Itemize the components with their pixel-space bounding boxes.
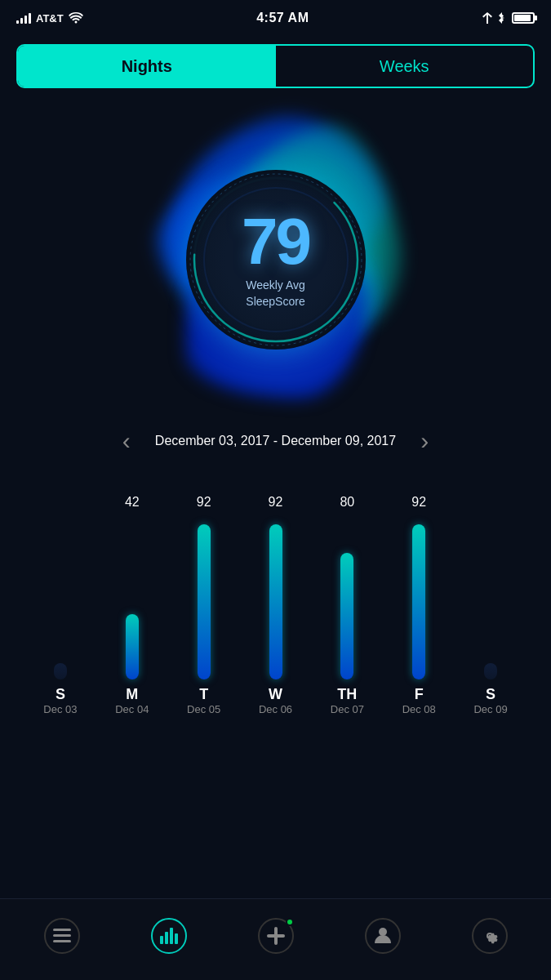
bar	[340, 553, 353, 679]
day-letter: S	[455, 686, 527, 703]
day-letter: S	[24, 686, 96, 703]
score-circle: 79 Weekly Avg SleepScore	[186, 170, 366, 350]
prev-arrow[interactable]: ‹	[114, 427, 139, 455]
day-label: SDec 09	[455, 686, 527, 715]
day-date: Dec 08	[383, 703, 455, 715]
gear-icon	[481, 927, 499, 945]
day-letter: T	[168, 686, 240, 703]
bar	[484, 663, 497, 679]
signal-icon	[16, 12, 31, 24]
day-labels: SDec 03MDec 04TDec 05WDec 06THDec 07FDec…	[16, 679, 535, 719]
chart-icon	[160, 928, 178, 944]
svg-rect-6	[53, 940, 71, 942]
bar-col: 80	[311, 493, 383, 679]
next-arrow[interactable]: ›	[412, 427, 437, 455]
add-icon-container	[258, 918, 294, 954]
bar-col	[24, 493, 96, 679]
score-ring-svg	[186, 170, 366, 350]
nav-add[interactable]	[251, 911, 300, 960]
person-icon	[375, 927, 391, 945]
bar-value-label: 42	[125, 493, 140, 511]
bar-col: 42	[96, 493, 168, 679]
day-date: Dec 03	[24, 703, 96, 715]
day-label: TDec 05	[168, 686, 240, 715]
day-label: MDec 04	[96, 686, 168, 715]
bar-value-label: 92	[269, 493, 283, 511]
score-section: 79 Weekly Avg SleepScore	[0, 96, 551, 423]
person-icon-container	[365, 918, 401, 954]
day-label: FDec 08	[383, 686, 455, 715]
bar-value-label: 92	[411, 493, 426, 511]
day-date: Dec 04	[96, 703, 168, 715]
location-icon	[482, 12, 492, 24]
bar-col: 92	[168, 493, 240, 679]
nav-chart[interactable]	[144, 911, 193, 960]
score-circle-inner: 79 Weekly Avg SleepScore	[186, 170, 366, 350]
date-range: ‹ December 03, 2017 - December 09, 2017 …	[0, 423, 551, 459]
battery-icon	[512, 12, 535, 24]
wifi-icon	[69, 12, 83, 24]
bottom-nav	[0, 898, 551, 980]
status-bar: AT&T 4:57 AM	[0, 0, 551, 36]
bar	[126, 614, 139, 679]
bar-col: 92	[240, 493, 312, 679]
day-letter: F	[383, 686, 455, 703]
chart-section: 4292928092 SDec 03MDec 04TDec 05WDec 06T…	[0, 459, 551, 719]
day-label: THDec 07	[311, 686, 383, 715]
list-icon-container	[44, 918, 80, 954]
svg-point-0	[190, 174, 362, 345]
tab-nights[interactable]: Nights	[18, 46, 276, 87]
svg-rect-4	[53, 929, 71, 931]
svg-point-13	[379, 928, 387, 936]
day-letter: TH	[311, 686, 383, 703]
nav-list[interactable]	[38, 911, 87, 960]
add-dot	[286, 918, 294, 926]
gear-icon-container	[472, 918, 508, 954]
tab-toggle[interactable]: Nights Weeks	[16, 44, 535, 88]
bar-col	[455, 493, 527, 679]
day-date: Dec 07	[311, 703, 383, 715]
plus-icon	[267, 927, 285, 945]
nav-settings[interactable]	[465, 911, 514, 960]
tab-weeks[interactable]: Weeks	[276, 46, 534, 87]
status-left: AT&T	[16, 12, 83, 24]
status-right	[482, 12, 535, 24]
bar	[269, 524, 282, 679]
bar-value-label: 92	[197, 493, 211, 511]
bar-col: 92	[383, 493, 455, 679]
day-label: SDec 03	[24, 686, 96, 715]
chart-icon-container	[151, 918, 187, 954]
bar-value-label: 80	[340, 493, 354, 511]
day-letter: W	[240, 686, 312, 703]
day-date: Dec 06	[240, 703, 312, 715]
day-letter: M	[96, 686, 168, 703]
svg-rect-10	[175, 933, 178, 944]
svg-point-3	[204, 188, 348, 332]
nav-profile[interactable]	[358, 911, 407, 960]
svg-rect-12	[267, 934, 285, 938]
bar	[54, 663, 67, 679]
bar	[198, 524, 211, 679]
day-label: WDec 06	[240, 686, 312, 715]
svg-rect-5	[53, 934, 71, 937]
list-icon	[53, 929, 71, 943]
carrier-label: AT&T	[36, 12, 64, 24]
day-date: Dec 09	[455, 703, 527, 715]
svg-rect-8	[165, 932, 168, 944]
bars-container: 4292928092	[16, 467, 535, 679]
bar	[412, 524, 425, 679]
date-range-text: December 03, 2017 - December 09, 2017	[155, 434, 396, 448]
day-date: Dec 05	[168, 703, 240, 715]
status-time: 4:57 AM	[256, 11, 309, 25]
svg-rect-7	[160, 936, 163, 944]
bluetooth-icon	[497, 12, 507, 24]
svg-rect-9	[170, 928, 173, 944]
